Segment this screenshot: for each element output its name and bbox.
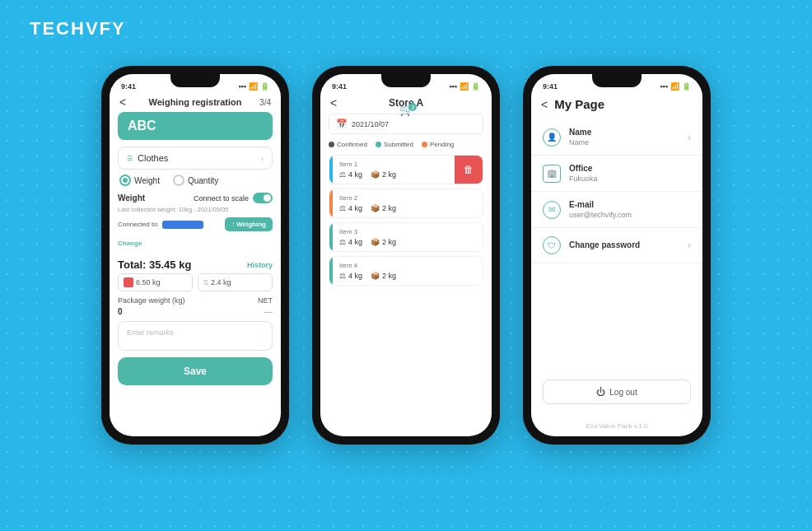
remarks-input[interactable]: Enter remarks xyxy=(118,321,273,351)
scale-icon-2: ⚖ xyxy=(339,204,346,212)
battery-icon-3: 🔋 xyxy=(682,82,691,91)
item2-quantity: 📦 2 kg xyxy=(371,204,396,212)
password-label: Change password xyxy=(569,240,688,249)
envelope-icon: ✉ xyxy=(543,201,561,219)
item4-label: Item 4 xyxy=(339,262,476,269)
store-item-4[interactable]: Item 4 ⚖ 4 kg 📦 2 kg xyxy=(329,256,483,286)
net-value: --- xyxy=(264,307,273,316)
item1-metrics: ⚖ 4 kg 📦 2 kg xyxy=(339,170,448,179)
weigh-button[interactable]: ↑ Weighing xyxy=(225,217,273,231)
connect-scale-toggle[interactable] xyxy=(253,193,273,203)
status-time-2: 9:41 xyxy=(332,82,347,91)
store-item-2[interactable]: Item 2 ⚖ 4 kg 📦 2 kg xyxy=(329,189,483,218)
back-button-3[interactable]: < xyxy=(541,98,548,111)
profile-section: 👤 Name Name › 🏢 Office Fukuoka xyxy=(531,119,702,368)
save-button[interactable]: Save xyxy=(118,357,273,385)
status-bar-2: 9:41 ▪▪▪ 📶 🔋 xyxy=(320,74,492,94)
email-value: user@techvify.com xyxy=(569,211,691,219)
wifi-icon-3: 📶 xyxy=(670,82,679,91)
store-item-1[interactable]: Item 1 ⚖ 4 kg 📦 2 kg 🗑 xyxy=(329,155,483,184)
wifi-icon-2: 📶 xyxy=(460,82,469,91)
pkg-weight-value: 0 xyxy=(118,307,123,316)
wifi-icon: 📶 xyxy=(249,82,258,91)
legend-confirmed-label: Confirmed xyxy=(337,141,367,148)
connected-row: Connected to: ↑ Weighing xyxy=(118,217,273,231)
profile-item-email: ✉ E-mail user@techvify.com xyxy=(531,192,702,228)
phone-mypage: 9:41 ▪▪▪ 📶 🔋 < My Page 👤 Name xyxy=(523,66,711,445)
pkg-weight-row: Package weight (kg) NET xyxy=(118,296,273,305)
phone-store: 9:41 ▪▪▪ 📶 🔋 < Store A 🛒 3 📅 2021/10 xyxy=(312,66,500,445)
name-value: Name xyxy=(569,138,688,147)
eco-footer: Eco Value Pack v.1.0 xyxy=(531,416,702,436)
phones-container: 9:41 ▪▪▪ 📶 🔋 < Weighing registration 3/4… xyxy=(101,66,711,445)
radio-weight-label: Weight xyxy=(134,176,160,185)
phone-weighing: 9:41 ▪▪▪ 📶 🔋 < Weighing registration 3/4… xyxy=(101,66,289,445)
clothes-icon: ≡ xyxy=(127,152,133,164)
item3-weight: ⚖ 4 kg xyxy=(339,238,362,246)
scale-icon-1: ⚖ xyxy=(339,170,346,179)
net-label: NET xyxy=(258,296,273,305)
item3-metrics: ⚖ 4 kg 📦 2 kg xyxy=(339,238,476,246)
logout-button[interactable]: ⏻ Log out xyxy=(543,380,691,404)
legend-pending: Pending xyxy=(422,141,454,148)
app-logo: TECHVFY xyxy=(30,18,126,40)
delete-button-1[interactable]: 🗑 xyxy=(455,156,483,184)
remarks-placeholder: Enter remarks xyxy=(127,328,174,337)
change-link[interactable]: Change xyxy=(118,240,142,247)
item1-label: Item 1 xyxy=(339,161,448,168)
item4-weight: ⚖ 4 kg xyxy=(339,272,362,280)
pkg-weight-label: Package weight (kg) xyxy=(118,296,185,305)
phone2-header: < Store A 🛒 3 xyxy=(320,94,492,114)
abc-banner: ABC xyxy=(118,112,273,140)
scale-icon-3: ⚖ xyxy=(339,238,346,246)
back-button-1[interactable]: < xyxy=(119,95,126,109)
profile-item-name[interactable]: 👤 Name Name › xyxy=(531,119,702,156)
profile-item-office: 🏢 Office Fukuoka xyxy=(531,156,702,192)
weight-section: Weight Connect to scale Last collected w… xyxy=(118,193,273,252)
radio-weight[interactable]: Weight xyxy=(119,175,160,186)
s-label: S xyxy=(203,278,208,286)
profile-item-password[interactable]: 🛡 Change password › xyxy=(531,228,702,263)
person-icon: 👤 xyxy=(543,128,561,147)
weight-label: Weight xyxy=(118,193,145,203)
radio-quantity-label: Quantity xyxy=(188,176,218,185)
weight-input-2[interactable]: S 2.4 kg xyxy=(198,273,273,291)
status-bar-1: 9:41 ▪▪▪ 📶 🔋 xyxy=(110,74,281,94)
phone2-screen: 9:41 ▪▪▪ 📶 🔋 < Store A 🛒 3 📅 2021/10 xyxy=(320,74,492,436)
signal-icon-2: ▪▪▪ xyxy=(449,82,457,91)
legend-confirmed: Confirmed xyxy=(329,141,367,148)
pkg-nums-row: 0 --- xyxy=(118,307,273,316)
legend-submitted-label: Submitted xyxy=(384,141,413,148)
battery-icon-2: 🔋 xyxy=(471,82,480,91)
radio-quantity[interactable]: Quantity xyxy=(173,175,218,186)
history-link[interactable]: History xyxy=(247,261,273,269)
abc-text: ABC xyxy=(128,119,156,133)
red-square-icon xyxy=(124,277,133,287)
back-button-2[interactable]: < xyxy=(330,96,337,109)
item2-metrics: ⚖ 4 kg 📦 2 kg xyxy=(339,204,476,212)
clothes-row[interactable]: ≡ Clothes › xyxy=(118,147,273,170)
connect-scale: Connect to scale xyxy=(194,193,273,203)
scale-icon-4: ⚖ xyxy=(339,272,346,280)
store-item-3[interactable]: Item 3 ⚖ 4 kg 📦 2 kg xyxy=(329,222,483,252)
weight-input-1[interactable]: 6.50 kg xyxy=(118,273,193,291)
office-text-group: Office Fukuoka xyxy=(569,164,691,183)
password-chevron: › xyxy=(688,240,691,251)
email-text-group: E-mail user@techvify.com xyxy=(569,200,691,219)
phone3-title: My Page xyxy=(554,97,604,111)
radio-dot-weight xyxy=(119,175,131,186)
office-value: Fukuoka xyxy=(569,175,691,183)
weight-value-1: 6.50 kg xyxy=(136,278,161,286)
weight-value-2: 2.4 kg xyxy=(211,278,231,286)
status-icons-1: ▪▪▪ 📶 🔋 xyxy=(238,82,269,91)
email-label: E-mail xyxy=(569,200,691,209)
item1-weight: ⚖ 4 kg xyxy=(339,170,362,179)
box-icon-1: 📦 xyxy=(371,170,380,179)
box-icon-3: 📦 xyxy=(371,238,380,246)
status-bar-3: 9:41 ▪▪▪ 📶 🔋 xyxy=(531,74,702,94)
date-row[interactable]: 📅 2021/10/07 xyxy=(329,114,483,134)
signal-icon: ▪▪▪ xyxy=(238,82,246,91)
legend-dot-pending xyxy=(422,142,427,147)
last-collected: Last collected weight: 10kg - 2021/09/05 xyxy=(118,206,273,213)
signal-icon-3: ▪▪▪ xyxy=(660,82,668,91)
